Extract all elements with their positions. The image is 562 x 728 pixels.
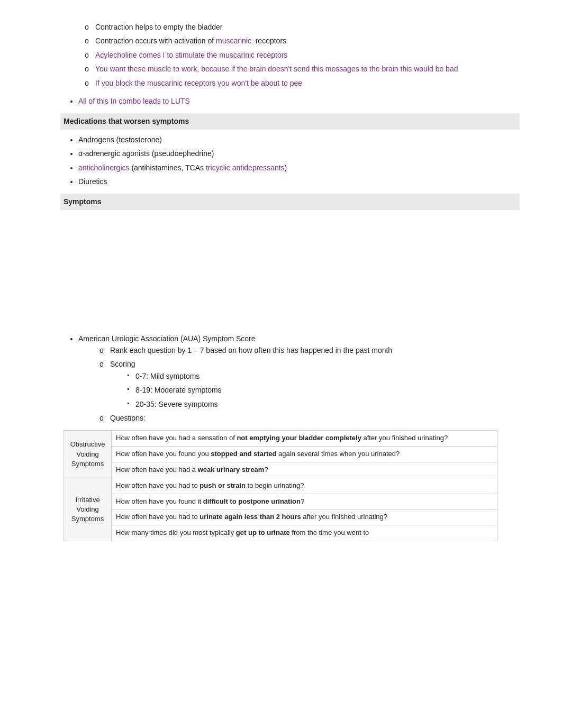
list-item: Contraction occurs with activation of mu…	[85, 35, 520, 47]
sub-item-text: Questions:	[110, 414, 146, 422]
scoring-item: 8-19: Moderate symptoms	[127, 384, 520, 396]
table-row: Irritative Voiding Symptoms How often ha…	[64, 478, 497, 494]
item-text: α-adrenergic agonists (pseudoephedrine)	[78, 149, 214, 158]
table-row: How often have you had a weak urinary st…	[64, 462, 497, 478]
item-text-purple: If you block the muscarinic receptors yo…	[95, 79, 302, 87]
table-row: Obstructive Voiding Symptoms How often h…	[64, 431, 497, 447]
purple-text: muscarinic	[216, 37, 251, 45]
aua-section: American Urologic Association (AUA) Symp…	[64, 333, 520, 424]
scoring-text: 20-35: Severe symptoms	[135, 400, 218, 408]
table-row: How often have you found it difficult to…	[64, 494, 497, 509]
list-item: Androgens (testosterone)	[78, 134, 520, 145]
symptoms-table: Obstructive Voiding Symptoms How often h…	[64, 430, 497, 541]
medications-section: Medications that worsen symptoms Androge…	[64, 113, 520, 187]
table-cell: How often have you found it difficult to…	[112, 494, 497, 509]
list-item: Diuretics	[78, 176, 520, 187]
scoring-list: 0-7: Mild symptoms 8-19: Moderate sympto…	[110, 370, 520, 410]
anticholinergics-link: anticholinergics	[78, 163, 130, 172]
sub-list-item: Questions:	[99, 412, 520, 424]
combo-bullet-section: All of this In combo leads to LUTS	[64, 95, 520, 107]
table-cell: How often have you found you stopped and…	[112, 447, 497, 462]
aua-list-item: American Urologic Association (AUA) Symp…	[78, 333, 520, 424]
sub-list-item: Rank each question by 1 – 7 based on how…	[99, 344, 520, 356]
list-item: Contraction helps to empty the bladder	[85, 21, 520, 33]
symptoms-table-container: Obstructive Voiding Symptoms How often h…	[64, 430, 520, 541]
table-row: How often have you found you stopped and…	[64, 447, 497, 462]
scoring-text: 8-19: Moderate symptoms	[135, 386, 222, 394]
list-item: You want these muscle to work, because i…	[85, 63, 520, 75]
symptoms-section: Symptoms	[64, 194, 520, 210]
item-text: Diuretics	[78, 177, 107, 186]
tricyclic-link: tricyclic antidepressants	[206, 163, 285, 172]
circle-list-section: Contraction helps to empty the bladder C…	[64, 21, 520, 89]
list-item: If you block the muscarinic receptors yo…	[85, 77, 520, 89]
category-obstructive: Obstructive Voiding Symptoms	[64, 431, 112, 478]
sub-item-text: Rank each question by 1 – 7 based on how…	[110, 346, 392, 354]
list-item: Acylecholine comes I to stimulate the mu…	[85, 49, 520, 61]
table-cell: How many times did you most typically ge…	[112, 525, 497, 541]
combo-bullet-list: All of this In combo leads to LUTS	[64, 95, 520, 107]
sub-list-item: Scoring 0-7: Mild symptoms 8-19: Moderat…	[99, 358, 520, 410]
medications-heading: Medications that worsen symptoms	[60, 113, 520, 129]
scoring-item: 20-35: Severe symptoms	[127, 398, 520, 410]
table-row: How often have you had to urinate again …	[64, 509, 497, 525]
table-cell: How often have you had to push or strain…	[112, 478, 497, 494]
medications-list: Androgens (testosterone) α-adrenergic ag…	[64, 134, 520, 188]
circle-list: Contraction helps to empty the bladder C…	[64, 21, 520, 89]
item-text-purple: All of this In combo leads to LUTS	[78, 97, 190, 105]
item-text: anticholinergics (antihistamines, TCAs t…	[78, 163, 287, 172]
item-text: Contraction occurs with activation of mu…	[95, 37, 286, 45]
spacer	[64, 216, 520, 333]
table-cell: How often have you had to urinate again …	[112, 509, 497, 525]
item-text: Androgens (testosterone)	[78, 135, 162, 144]
aua-title: American Urologic Association (AUA) Symp…	[78, 334, 256, 343]
aua-list: American Urologic Association (AUA) Symp…	[64, 333, 520, 424]
list-item: anticholinergics (antihistamines, TCAs t…	[78, 162, 520, 174]
aua-sub-list: Rank each question by 1 – 7 based on how…	[78, 344, 520, 424]
table-cell: How often have you had a weak urinary st…	[112, 462, 497, 478]
symptoms-heading: Symptoms	[60, 194, 520, 210]
item-text-purple: You want these muscle to work, because i…	[95, 65, 458, 73]
scoring-text: 0-7: Mild symptoms	[135, 372, 200, 380]
category-irritative: Irritative Voiding Symptoms	[64, 478, 112, 541]
table-cell: How often have you had a sensation of no…	[112, 431, 497, 447]
list-item: All of this In combo leads to LUTS	[78, 95, 520, 107]
item-text-purple: Acylecholine comes I to stimulate the mu…	[95, 51, 287, 59]
item-text: Contraction helps to empty the bladder	[95, 23, 222, 31]
list-item: α-adrenergic agonists (pseudoephedrine)	[78, 148, 520, 159]
table-row: How many times did you most typically ge…	[64, 525, 497, 541]
scoring-item: 0-7: Mild symptoms	[127, 370, 520, 382]
sub-item-text: Scoring	[110, 360, 135, 368]
